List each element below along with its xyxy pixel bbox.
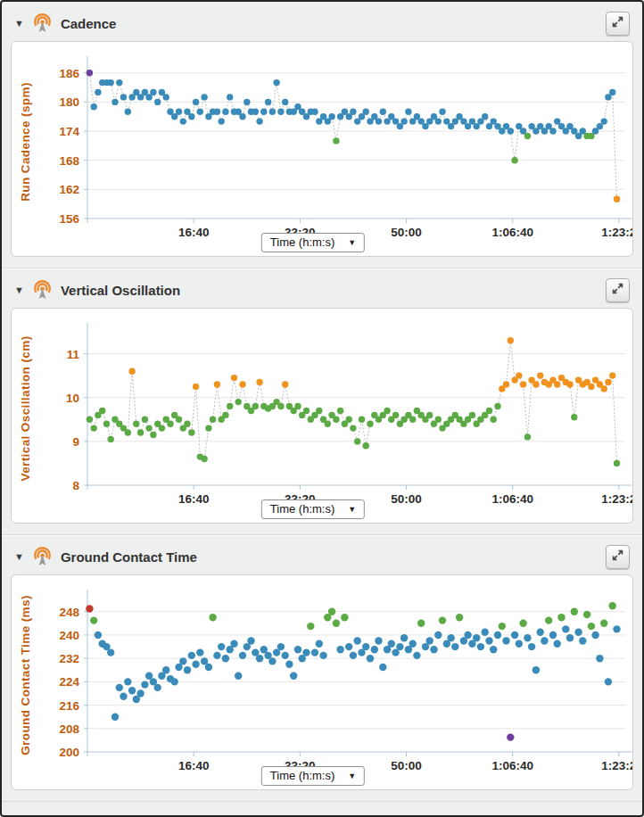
svg-text:208: 208 <box>59 722 79 736</box>
svg-text:9: 9 <box>72 435 79 449</box>
ground-contact-time-chart[interactable]: 20020821622423224024816:4033:2050:001:06… <box>12 575 633 790</box>
x-axis-unit-dropdown[interactable]: Time (h:m:s) ▼ <box>261 233 365 252</box>
svg-text:50:00: 50:00 <box>391 226 422 239</box>
chart-box-ground-contact-time: 20020821622423224024816:4033:2050:001:06… <box>11 574 633 790</box>
x-axis-unit-label: Time (h:m:s) <box>270 502 334 516</box>
svg-text:248: 248 <box>59 606 79 619</box>
svg-text:1:23:2: 1:23:2 <box>601 759 633 772</box>
panel-ground-contact-time: ▼ Ground Contact Time 2002082162242 <box>2 534 642 790</box>
svg-text:156: 156 <box>59 212 79 226</box>
panel-header-vertical-oscillation: ▼ Vertical Oscillation <box>2 274 642 306</box>
svg-text:240: 240 <box>59 629 79 642</box>
panel-cadence: ▼ Cadence 15616216817418018616:4033 <box>2 2 642 257</box>
svg-text:10: 10 <box>66 392 79 405</box>
expand-icon <box>612 283 623 297</box>
cadence-chart[interactable]: 15616216817418018616:4033:2050:001:06:40… <box>12 42 633 257</box>
collapse-arrow-icon[interactable]: ▼ <box>14 552 24 562</box>
x-axis-unit-label: Time (h:m:s) <box>270 235 334 249</box>
svg-text:200: 200 <box>59 746 79 759</box>
svg-text:Vertical Oscillation (cm): Vertical Oscillation (cm) <box>19 335 32 481</box>
expand-button[interactable] <box>606 12 630 36</box>
svg-text:16:40: 16:40 <box>178 226 210 239</box>
panel-vertical-oscillation: ▼ Vertical Oscillation 89101116:403 <box>2 268 642 524</box>
svg-text:1:23:2: 1:23:2 <box>601 492 633 506</box>
svg-text:50:00: 50:00 <box>391 492 422 506</box>
svg-text:16:40: 16:40 <box>178 759 210 772</box>
svg-text:Run Cadence (spm): Run Cadence (spm) <box>19 82 32 202</box>
broadcast-icon <box>32 280 53 301</box>
bottom-divider <box>2 801 642 812</box>
dropdown-arrow-icon: ▼ <box>348 772 356 780</box>
svg-text:180: 180 <box>59 95 79 109</box>
x-axis-unit-dropdown[interactable]: Time (h:m:s) ▼ <box>261 499 365 519</box>
svg-text:50:00: 50:00 <box>391 759 422 772</box>
x-axis-unit-label: Time (h:m:s) <box>270 769 334 782</box>
svg-text:1:06:40: 1:06:40 <box>491 226 533 239</box>
svg-text:8: 8 <box>72 479 79 492</box>
dropdown-arrow-icon: ▼ <box>348 505 356 514</box>
panel-title: Cadence <box>61 16 117 31</box>
svg-text:162: 162 <box>59 183 79 196</box>
svg-text:1:06:40: 1:06:40 <box>491 759 533 772</box>
svg-text:224: 224 <box>59 675 79 689</box>
panel-title: Vertical Oscillation <box>61 283 180 298</box>
svg-text:Ground Contact Time (ms): Ground Contact Time (ms) <box>19 595 32 755</box>
svg-text:186: 186 <box>59 67 79 80</box>
expand-icon <box>612 549 623 564</box>
panel-title: Ground Contact Time <box>61 549 197 565</box>
svg-text:1:23:2: 1:23:2 <box>601 226 633 239</box>
svg-text:232: 232 <box>59 652 79 665</box>
svg-text:216: 216 <box>59 699 79 713</box>
chart-box-vertical-oscillation: 89101116:4033:2050:001:06:401:23:2Vertic… <box>11 308 633 524</box>
vertical-oscillation-chart[interactable]: 89101116:4033:2050:001:06:401:23:2Vertic… <box>12 309 633 524</box>
panel-header-cadence: ▼ Cadence <box>2 7 642 39</box>
broadcast-icon <box>32 547 53 567</box>
panel-header-ground-contact-time: ▼ Ground Contact Time <box>2 541 642 573</box>
svg-text:174: 174 <box>59 125 79 138</box>
expand-button[interactable] <box>606 278 630 302</box>
dropdown-arrow-icon: ▼ <box>348 238 356 247</box>
chart-box-cadence: 15616216817418018616:4033:2050:001:06:40… <box>11 41 633 257</box>
broadcast-icon <box>32 13 53 34</box>
svg-text:11: 11 <box>67 348 80 361</box>
collapse-arrow-icon[interactable]: ▼ <box>14 285 24 295</box>
svg-text:1:06:40: 1:06:40 <box>491 492 533 506</box>
expand-button[interactable] <box>606 545 630 569</box>
expand-icon <box>612 16 623 30</box>
collapse-arrow-icon[interactable]: ▼ <box>14 19 24 29</box>
svg-text:168: 168 <box>59 154 79 168</box>
x-axis-unit-dropdown[interactable]: Time (h:m:s) ▼ <box>261 766 365 786</box>
running-dynamics-page: ▼ Cadence 15616216817418018616:4033 <box>0 0 644 817</box>
svg-text:16:40: 16:40 <box>178 492 210 506</box>
